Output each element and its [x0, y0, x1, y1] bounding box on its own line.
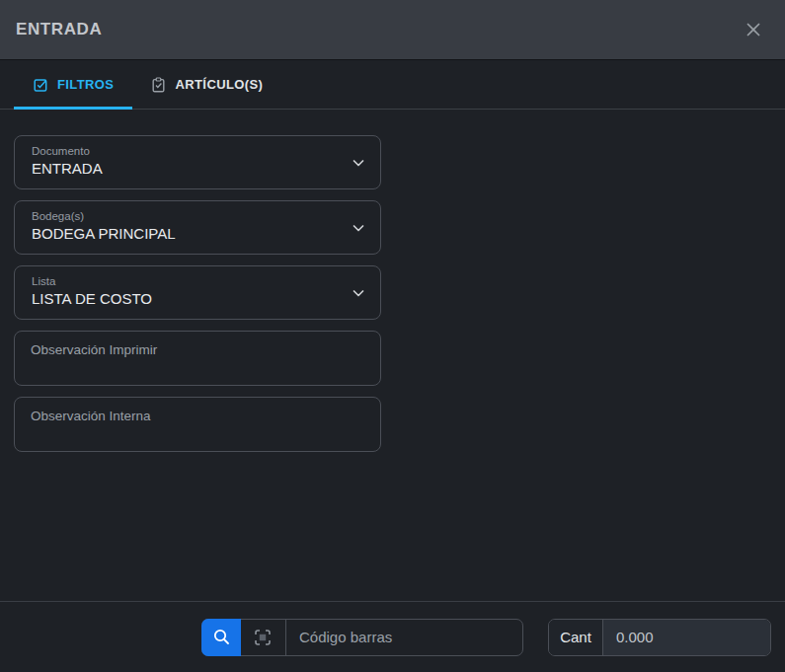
- observacion-interna-field: [14, 397, 381, 452]
- tab-filtros[interactable]: FILTROS: [14, 60, 132, 109]
- quantity-input[interactable]: [603, 620, 770, 655]
- observacion-imprimir-field: [14, 331, 381, 386]
- modal-header: ENTRADA: [0, 0, 785, 60]
- observacion-interna-input[interactable]: [15, 398, 380, 451]
- close-icon: [744, 20, 763, 39]
- quantity-group: Cant: [548, 619, 771, 656]
- documento-value: ENTRADA: [32, 160, 103, 177]
- checkbox-checked-icon: [33, 77, 48, 93]
- clipboard-check-icon: [151, 77, 166, 93]
- bottom-bar: Cant: [0, 601, 785, 672]
- chevron-down-icon: [349, 283, 368, 303]
- barcode-input[interactable]: [286, 620, 522, 655]
- documento-select[interactable]: Documento ENTRADA: [14, 135, 381, 189]
- lista-label: Lista: [32, 275, 341, 287]
- search-icon: [212, 628, 231, 646]
- chevron-down-icon: [349, 218, 368, 238]
- bodega-value: BODEGA PRINCIPAL: [32, 225, 176, 242]
- observacion-imprimir-input[interactable]: [15, 332, 380, 385]
- bodega-label: Bodega(s): [32, 210, 341, 222]
- barcode-group: [201, 619, 523, 656]
- chevron-down-icon: [349, 153, 368, 173]
- scan-frame-icon: [253, 628, 273, 647]
- search-button[interactable]: [201, 619, 241, 656]
- tab-articulos-label: ARTÍCULO(S): [175, 77, 263, 92]
- filters-panel: Documento ENTRADA Bodega(s) BODEGA PRINC…: [0, 110, 785, 601]
- entrada-modal: ENTRADA FILTROS: [0, 0, 785, 672]
- tab-filtros-label: FILTROS: [57, 77, 114, 92]
- lista-select[interactable]: Lista LISTA DE COSTO: [14, 265, 381, 320]
- tab-articulos[interactable]: ARTÍCULO(S): [132, 60, 281, 109]
- modal-title: ENTRADA: [16, 20, 102, 39]
- lista-value: LISTA DE COSTO: [32, 290, 152, 307]
- close-button[interactable]: [740, 16, 767, 43]
- tab-bar: FILTROS ARTÍCULO(S): [0, 60, 785, 110]
- bodega-select[interactable]: Bodega(s) BODEGA PRINCIPAL: [14, 200, 381, 255]
- barcode-scan-button[interactable]: [240, 620, 286, 655]
- documento-label: Documento: [32, 145, 341, 157]
- quantity-label: Cant: [549, 620, 603, 655]
